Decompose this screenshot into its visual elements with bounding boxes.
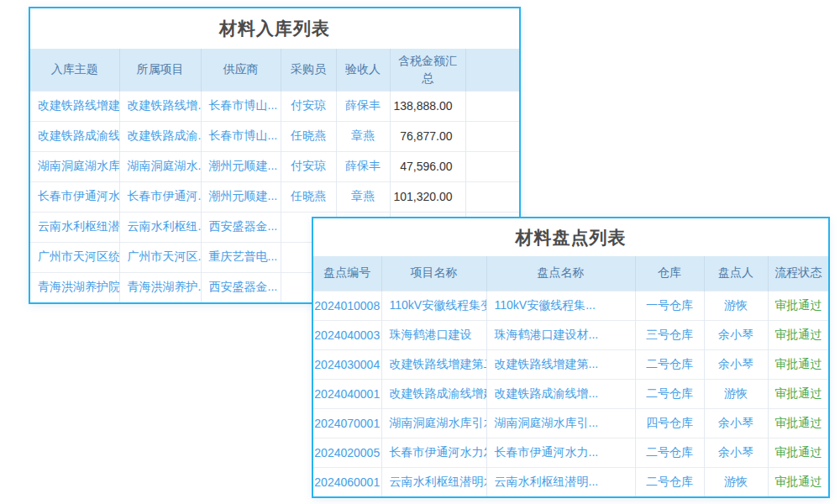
stocktake-header-row: 盘点编号 项目名称 盘点名称 仓库 盘点人 流程状态 xyxy=(313,256,828,291)
inbound-table-row: 改建铁路成渝线... 改建铁路成渝... 长春市博山... 任晓燕 章燕 76,… xyxy=(30,121,519,151)
cell-stocktake-warehouse[interactable]: 二号仓库 xyxy=(635,438,704,467)
cell-stocktake-warehouse[interactable]: 二号仓库 xyxy=(635,467,704,496)
cell-stocktake-warehouse[interactable]: 二号仓库 xyxy=(635,379,704,408)
cell-stocktake-name[interactable]: 云南水利枢纽潜明... xyxy=(486,467,635,496)
cell-inbound-filler xyxy=(465,121,519,151)
cell-inbound-supplier[interactable]: 长春市博山... xyxy=(201,91,281,121)
cell-stocktake-person[interactable]: 游恢 xyxy=(704,467,768,496)
stocktake-table-row: 2024030004 改建铁路线增建第二... 改建铁路线增建第... 二号仓库… xyxy=(313,349,828,379)
cell-inbound-buyer[interactable]: 任晓燕 xyxy=(281,121,336,151)
inbound-header-row: 入库主题 所属项目 供应商 采购员 验收人 含税金额汇总 xyxy=(30,49,519,91)
cell-inbound-subject[interactable]: 湖南洞庭湖水库... xyxy=(30,151,119,181)
cell-inbound-supplier[interactable]: 长春市博山... xyxy=(201,121,281,151)
cell-stocktake-code[interactable]: 2024060001 xyxy=(313,467,381,496)
cell-stocktake-name[interactable]: 珠海鹤港口建设材... xyxy=(486,320,635,349)
stocktake-list-card: 材料盘点列表 盘点编号 项目名称 盘点名称 仓库 盘点人 流程状态 202401… xyxy=(312,217,830,498)
stocktake-table: 盘点编号 项目名称 盘点名称 仓库 盘点人 流程状态 2024010008 11… xyxy=(313,256,828,496)
cell-stocktake-project[interactable]: 珠海鹤港口建设 xyxy=(381,320,486,349)
cell-inbound-amount: 101,320.00 xyxy=(390,181,465,212)
cell-stocktake-project[interactable]: 改建铁路线增建第二... xyxy=(381,349,486,379)
inbound-table-row: 改建铁路线增建... 改建铁路线增... 长春市博山... 付安琼 薛保丰 13… xyxy=(30,91,519,121)
cell-stocktake-person[interactable]: 余小琴 xyxy=(704,438,768,467)
cell-inbound-subject[interactable]: 广州市天河区统... xyxy=(30,242,119,272)
cell-stocktake-person[interactable]: 游恢 xyxy=(704,379,768,408)
cell-inbound-supplier[interactable]: 重庆艺普电... xyxy=(201,242,281,272)
cell-stocktake-person[interactable]: 余小琴 xyxy=(704,349,768,379)
cell-inbound-project[interactable]: 青海洪湖养护... xyxy=(119,272,201,302)
cell-inbound-acceptor[interactable]: 薛保丰 xyxy=(336,151,390,181)
cell-inbound-amount: 47,596.00 xyxy=(390,151,465,181)
cell-inbound-supplier[interactable]: 潮州元顺建... xyxy=(201,181,281,212)
col-header-inbound-acceptor: 验收人 xyxy=(336,49,390,91)
cell-inbound-project[interactable]: 长春市伊通河... xyxy=(119,181,201,212)
col-header-stocktake-name: 盘点名称 xyxy=(486,256,635,291)
col-header-stocktake-warehouse: 仓库 xyxy=(635,256,704,291)
inbound-table-row: 长春市伊通河水... 长春市伊通河... 潮州元顺建... 任晓燕 章燕 101… xyxy=(30,181,519,212)
stocktake-table-row: 2024040001 改建铁路成渝线增建... 改建铁路成渝线增... 二号仓库… xyxy=(313,379,828,408)
inbound-list-title: 材料入库列表 xyxy=(30,8,519,49)
cell-inbound-supplier[interactable]: 西安盛器金... xyxy=(201,212,281,242)
cell-inbound-filler xyxy=(465,91,519,121)
cell-inbound-supplier[interactable]: 潮州元顺建... xyxy=(201,151,281,181)
cell-inbound-supplier[interactable]: 西安盛器金... xyxy=(201,272,281,302)
cell-stocktake-warehouse[interactable]: 二号仓库 xyxy=(635,349,704,379)
cell-inbound-subject[interactable]: 云南水利枢纽潜... xyxy=(30,212,119,242)
stocktake-table-row: 2024070001 湖南洞庭湖水库引水... 湖南洞庭湖水库引... 四号仓库… xyxy=(313,408,828,438)
col-header-inbound-subject: 入库主题 xyxy=(30,49,119,91)
cell-stocktake-code[interactable]: 2024020005 xyxy=(313,438,381,467)
cell-stocktake-warehouse[interactable]: 三号仓库 xyxy=(635,320,704,349)
cell-stocktake-warehouse[interactable]: 四号仓库 xyxy=(635,408,704,438)
stocktake-table-row: 2024020005 长春市伊通河水力发... 长春市伊通河水力... 二号仓库… xyxy=(313,438,828,467)
cell-stocktake-code[interactable]: 2024040003 xyxy=(313,320,381,349)
cell-stocktake-code[interactable]: 2024030004 xyxy=(313,349,381,379)
col-header-inbound-supplier: 供应商 xyxy=(201,49,281,91)
col-header-stocktake-status: 流程状态 xyxy=(768,256,828,291)
cell-stocktake-name[interactable]: 长春市伊通河水力... xyxy=(486,438,635,467)
cell-inbound-project[interactable]: 改建铁路线增... xyxy=(119,91,201,121)
cell-stocktake-name[interactable]: 110kV安徽线程集... xyxy=(486,291,635,320)
cell-stocktake-person[interactable]: 余小琴 xyxy=(704,320,768,349)
cell-inbound-project[interactable]: 湖南洞庭湖水... xyxy=(119,151,201,181)
cell-stocktake-person[interactable]: 游恢 xyxy=(704,291,768,320)
cell-inbound-buyer[interactable]: 付安琼 xyxy=(281,151,336,181)
cell-stocktake-warehouse[interactable]: 一号仓库 xyxy=(635,291,704,320)
cell-inbound-amount: 138,888.00 xyxy=(390,91,465,121)
cell-inbound-project[interactable]: 改建铁路成渝... xyxy=(119,121,201,151)
cell-stocktake-person[interactable]: 余小琴 xyxy=(704,408,768,438)
cell-inbound-project[interactable]: 广州市天河区... xyxy=(119,242,201,272)
cell-inbound-amount: 76,877.00 xyxy=(390,121,465,151)
cell-stocktake-code[interactable]: 2024010008 xyxy=(313,291,381,320)
cell-stocktake-project[interactable]: 湖南洞庭湖水库引水... xyxy=(381,408,486,438)
cell-inbound-project[interactable]: 云南水利枢纽... xyxy=(119,212,201,242)
cell-stocktake-name[interactable]: 改建铁路成渝线增... xyxy=(486,379,635,408)
inbound-header-filler xyxy=(465,49,519,91)
cell-inbound-subject[interactable]: 改建铁路成渝线... xyxy=(30,121,119,151)
cell-inbound-subject[interactable]: 改建铁路线增建... xyxy=(30,91,119,121)
cell-stocktake-code[interactable]: 2024040001 xyxy=(313,379,381,408)
cell-stocktake-project[interactable]: 长春市伊通河水力发... xyxy=(381,438,486,467)
cell-stocktake-status: 审批通过 xyxy=(768,379,828,408)
cell-inbound-acceptor[interactable]: 章燕 xyxy=(336,121,390,151)
stocktake-table-row: 2024010008 110kV安徽线程集变... 110kV安徽线程集... … xyxy=(313,291,828,320)
stocktake-table-row: 2024040003 珠海鹤港口建设 珠海鹤港口建设材... 三号仓库 余小琴 … xyxy=(313,320,828,349)
cell-stocktake-name[interactable]: 湖南洞庭湖水库引... xyxy=(486,408,635,438)
col-header-inbound-buyer: 采购员 xyxy=(281,49,336,91)
cell-inbound-buyer[interactable]: 付安琼 xyxy=(281,91,336,121)
cell-inbound-filler xyxy=(465,151,519,181)
cell-stocktake-project[interactable]: 云南水利枢纽潜明水... xyxy=(381,467,486,496)
cell-stocktake-project[interactable]: 110kV安徽线程集变... xyxy=(381,291,486,320)
col-header-stocktake-code: 盘点编号 xyxy=(313,256,381,291)
cell-inbound-subject[interactable]: 青海洪湖养护院... xyxy=(30,272,119,302)
cell-inbound-buyer[interactable]: 任晓燕 xyxy=(281,181,336,212)
cell-stocktake-project[interactable]: 改建铁路成渝线增建... xyxy=(381,379,486,408)
cell-stocktake-status: 审批通过 xyxy=(768,467,828,496)
cell-inbound-acceptor[interactable]: 章燕 xyxy=(336,181,390,212)
cell-inbound-acceptor[interactable]: 薛保丰 xyxy=(336,91,390,121)
cell-stocktake-status: 审批通过 xyxy=(768,408,828,438)
cell-stocktake-name[interactable]: 改建铁路线增建第... xyxy=(486,349,635,379)
cell-inbound-filler xyxy=(465,181,519,212)
cell-stocktake-code[interactable]: 2024070001 xyxy=(313,408,381,438)
cell-inbound-subject[interactable]: 长春市伊通河水... xyxy=(30,181,119,212)
stocktake-table-row: 2024060001 云南水利枢纽潜明水... 云南水利枢纽潜明... 二号仓库… xyxy=(313,467,828,496)
cell-stocktake-status: 审批通过 xyxy=(768,438,828,467)
